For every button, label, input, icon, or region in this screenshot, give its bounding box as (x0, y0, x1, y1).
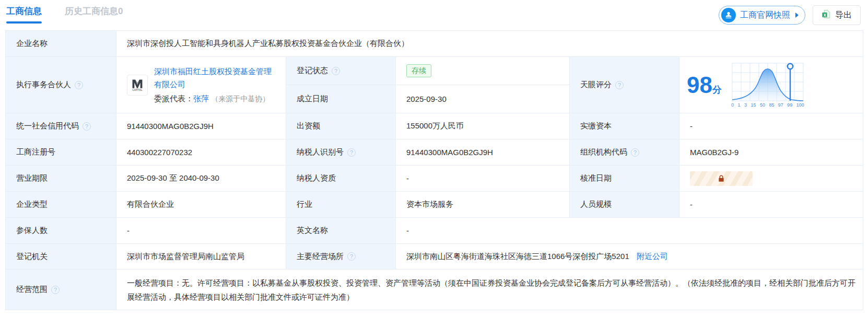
delegate-rep-label: 委派代表： (154, 94, 193, 103)
business-scope-label: 经营范围 (16, 285, 48, 295)
insured-count-value: - (127, 226, 130, 235)
staff-size-label: 人员规模 (580, 199, 612, 209)
table-row: 登记机关 深圳市市场监督管理局南山监管局 主要经营场所 深圳市南山区粤海街道海珠… (6, 244, 863, 269)
official-snapshot-button[interactable]: 工商官网快照 (719, 6, 805, 25)
lock-icon (718, 175, 725, 182)
bell-curve-chart (731, 62, 804, 102)
business-address-label: 主要经营场所 (297, 252, 344, 262)
establish-date-label: 成立日期 (297, 94, 328, 104)
tab-business-info[interactable]: 工商信息 (6, 5, 42, 24)
tab-bar: 工商信息 历史工商信息0 (6, 5, 123, 24)
help-icon[interactable] (332, 67, 340, 75)
table-row: 营业期限 2025-09-30 至 2040-09-30 纳税人资质 - 核准日… (6, 166, 863, 192)
executive-partner-label: 执行事务合伙人 (16, 80, 71, 90)
credit-code-label: 统一社会信用代码 (16, 121, 79, 131)
table-row: 企业名称 深圳市深创投人工智能和具身机器人产业私募股权投资基金合伙企业（有限合伙… (6, 31, 863, 57)
approval-date-locked-value[interactable] (690, 171, 753, 186)
table-row: 参保人数 - 英文名称 - (6, 218, 863, 244)
official-snapshot-label: 工商官网快照 (740, 10, 790, 21)
header-actions: 工商官网快照 导出 (719, 5, 861, 25)
capital-value: 155000万人民币 (406, 121, 464, 130)
partner-company-link[interactable]: 深圳市福田红土股权投资基金管理有限公司 (154, 67, 272, 89)
taxpayer-id-label: 纳税人识别号 (297, 147, 344, 157)
table-row: 企业类型 有限合伙企业 行业 资本市场服务 人员规模 - (6, 192, 863, 218)
chart-tick-label: 99 (787, 102, 792, 108)
help-icon[interactable] (615, 81, 624, 89)
score-number-group: 98分 (687, 74, 722, 97)
partner-logo-caption: CAPITAL (132, 89, 143, 91)
status-badge: 存续 (406, 64, 431, 77)
help-icon[interactable] (347, 148, 356, 157)
taxpayer-qualification-label: 纳税人资质 (297, 173, 336, 183)
stamp-icon (721, 8, 736, 22)
active-tab-underline (6, 21, 42, 24)
company-name-value: 深圳市深创投人工智能和具身机器人产业私募股权投资基金合伙企业（有限合伙） (127, 39, 409, 48)
approval-date-label: 核准日期 (580, 173, 612, 183)
chart-tick-label: 3 (744, 102, 747, 108)
nearby-companies-link[interactable]: 附近公司 (637, 252, 668, 261)
company-type-label: 企业类型 (16, 199, 48, 209)
company-type-value: 有限合伙企业 (127, 199, 174, 208)
chart-tick-label: 0 (731, 102, 734, 108)
chart-tick-label: 15 (750, 102, 756, 108)
org-code-value: MAG0B2GJ-9 (690, 148, 738, 157)
chart-x-axis-ticks: 0131550859799100 (731, 102, 804, 108)
tab-history-info-label: 历史工商信息0 (65, 6, 123, 16)
taxpayer-qualification-value: - (406, 174, 409, 183)
english-name-label: 英文名称 (297, 226, 328, 236)
reg-number-label: 工商注册号 (16, 147, 55, 157)
score-number: 98 (687, 72, 712, 98)
industry-label: 行业 (297, 199, 312, 209)
business-scope-value: 一般经营项目：无。许可经营项目：以私募基金从事股权投资、投资管理、资产管理等活动… (127, 276, 855, 304)
delegate-rep-link[interactable]: 张萍 (193, 94, 209, 103)
export-label: 导出 (835, 10, 852, 21)
executive-partner-cell: CAPITAL 深圳市福田红土股权投资基金管理有限公司 委派代表：张萍 （来源于… (127, 65, 278, 105)
english-name-value: - (406, 226, 409, 235)
business-term-label: 营业期限 (16, 173, 48, 183)
staff-size-value: - (690, 200, 693, 209)
help-icon[interactable] (631, 148, 639, 157)
help-icon[interactable] (75, 81, 83, 89)
insured-count-label: 参保人数 (16, 226, 48, 236)
score-unit: 分 (712, 85, 722, 95)
help-icon[interactable] (347, 252, 356, 261)
chevron-right-icon (795, 13, 799, 18)
capital-label: 出资额 (297, 121, 320, 131)
business-address-value: 深圳市南山区粤海街道海珠社区海德三道1066号深创投广场5201 (406, 252, 629, 261)
help-icon[interactable] (51, 286, 60, 294)
company-name-label: 企业名称 (16, 39, 48, 49)
export-button[interactable]: 导出 (813, 5, 861, 25)
reg-number-value: 440300227070232 (127, 148, 192, 157)
help-icon[interactable] (83, 122, 91, 131)
chart-tick-label: 85 (769, 102, 774, 108)
paid-capital-value: - (690, 122, 693, 131)
page-header: 工商信息 历史工商信息0 工商官网快照 导出 (0, 0, 868, 26)
rep-source-note: （来源于中基协） (211, 95, 269, 103)
org-code-label: 组织机构代码 (580, 147, 627, 157)
business-info-table: 企业名称 深圳市深创投人工智能和具身机器人产业私募股权投资基金合伙企业（有限合伙… (5, 30, 863, 310)
table-row: 工商注册号 440300227070232 纳税人识别号 91440300MAG… (6, 139, 863, 166)
tab-history-info[interactable]: 历史工商信息0 (65, 5, 123, 24)
industry-value: 资本市场服务 (406, 199, 453, 208)
reg-status-label: 登记状态 (297, 66, 328, 76)
chart-tick-label: 1 (737, 102, 740, 108)
paid-capital-label: 实缴资本 (580, 121, 612, 131)
excel-icon (822, 9, 831, 21)
reg-authority-label: 登记机关 (16, 252, 48, 262)
table-row: 经营范围 一般经营项目：无。许可经营项目：以私募基金从事股权投资、投资管理、资产… (6, 269, 863, 310)
tab-business-info-label: 工商信息 (6, 6, 42, 16)
business-term-value: 2025-09-30 至 2040-09-30 (127, 173, 219, 182)
table-row: 执行事务合伙人 CAPITAL 深圳市福田红土股权投资基金管理有限公司 委派代表… (6, 57, 863, 85)
tianyan-score-cell[interactable]: 98分 (687, 62, 855, 108)
partner-company-logo[interactable]: CAPITAL (127, 75, 148, 96)
score-distribution-chart: 0131550859799100 (731, 62, 804, 108)
tianyan-score-label: 天眼评分 (580, 80, 612, 90)
taxpayer-id-value: 91440300MAG0B2GJ9H (406, 148, 493, 157)
chart-tick-label: 97 (778, 102, 783, 108)
credit-code-value: 91440300MAG0B2GJ9H (127, 122, 214, 131)
establish-date-value: 2025-09-30 (406, 95, 447, 103)
chart-tick-label: 100 (796, 102, 804, 108)
reg-authority-value: 深圳市市场监督管理局南山监管局 (127, 252, 244, 261)
table-row: 统一社会信用代码 91440300MAG0B2GJ9H 出资额 155000万人… (6, 113, 863, 139)
chart-tick-label: 50 (760, 102, 765, 108)
